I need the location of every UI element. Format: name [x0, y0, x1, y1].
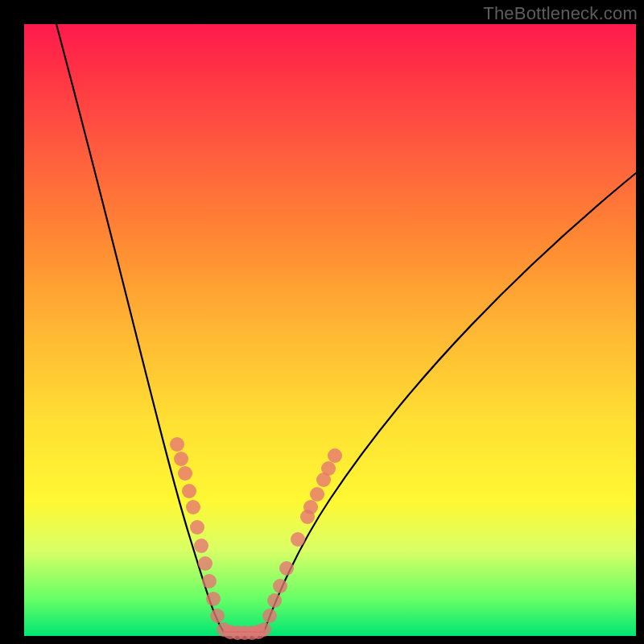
data-dot [291, 532, 305, 547]
dot-cluster-left [170, 437, 231, 637]
dot-cluster-bottom [223, 625, 266, 640]
data-dot [170, 437, 184, 452]
data-dot [321, 461, 336, 476]
data-dot [273, 579, 287, 593]
data-dot [279, 561, 294, 576]
data-dot [303, 500, 318, 514]
data-dot [206, 592, 221, 606]
data-dot [328, 448, 342, 463]
data-dot [251, 625, 266, 639]
right-curve [264, 173, 636, 632]
data-dot [182, 484, 196, 498]
data-dot [174, 452, 188, 466]
data-dot [194, 539, 208, 553]
data-dot [202, 574, 217, 588]
data-dot [310, 487, 324, 502]
curves-svg [24, 24, 636, 636]
data-dot [267, 593, 282, 608]
plot-area [24, 24, 636, 636]
data-dot [198, 556, 213, 571]
data-dot [262, 609, 277, 623]
data-dot [190, 520, 204, 535]
dot-cluster-right [257, 448, 342, 637]
chart-frame: TheBottleneck.com [0, 0, 644, 644]
data-dot [178, 466, 192, 481]
watermark-text: TheBottleneck.com [483, 3, 638, 24]
data-dot [210, 609, 225, 623]
data-dot [186, 500, 200, 514]
